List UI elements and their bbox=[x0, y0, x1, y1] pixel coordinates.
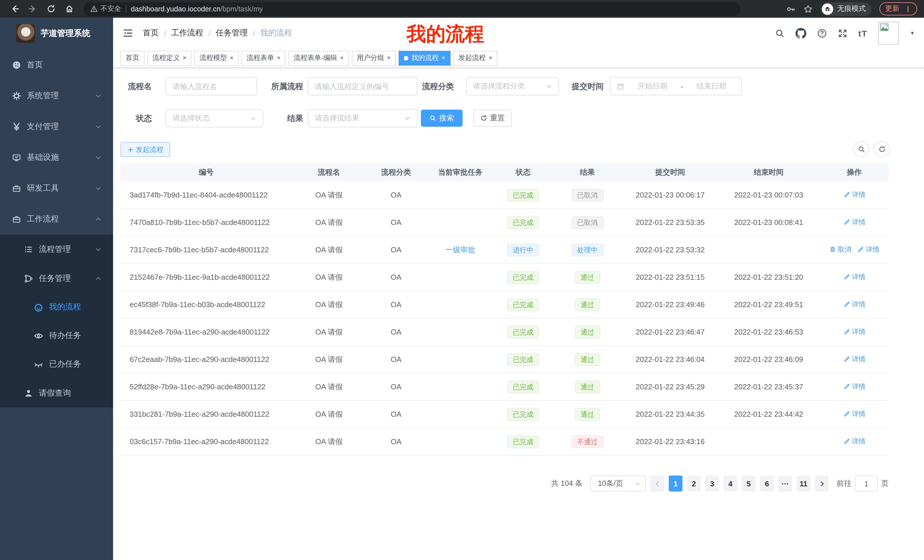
detail-link[interactable]: 详情 bbox=[843, 272, 866, 282]
fullscreen-icon[interactable] bbox=[838, 28, 848, 38]
page-button-4[interactable]: 4 bbox=[723, 476, 737, 491]
sidebar-item-task-mgmt[interactable]: 任务管理 bbox=[0, 264, 113, 293]
close-icon[interactable]: × bbox=[277, 55, 280, 61]
close-icon[interactable]: × bbox=[183, 55, 186, 61]
help-icon[interactable] bbox=[817, 28, 827, 38]
page-button-11[interactable]: 11 bbox=[796, 476, 810, 491]
result-select[interactable]: 请选择流结果 bbox=[308, 109, 417, 127]
tab-流程定义[interactable]: 流程定义× bbox=[147, 51, 192, 65]
date-separator: - bbox=[681, 82, 683, 90]
avatar-dropdown-icon[interactable]: ▼ bbox=[910, 30, 915, 36]
breadcrumb-item[interactable]: 首页 bbox=[143, 28, 159, 38]
reset-button[interactable]: 重置 bbox=[473, 109, 512, 127]
breadcrumb-item[interactable]: 工作流程 bbox=[171, 28, 203, 38]
cell-current-task: 一级审批 bbox=[426, 245, 495, 255]
detail-link[interactable]: 详情 bbox=[843, 217, 866, 227]
github-icon[interactable] bbox=[795, 28, 806, 39]
back-icon[interactable] bbox=[7, 1, 22, 16]
close-icon[interactable]: × bbox=[230, 55, 234, 61]
prev-page-button[interactable] bbox=[651, 476, 664, 491]
detail-link[interactable]: 详情 bbox=[843, 382, 866, 392]
tab-首页[interactable]: 首页 bbox=[120, 51, 144, 65]
sidebar-item-home[interactable]: 首页 bbox=[0, 49, 113, 81]
detail-link[interactable]: 详情 bbox=[843, 327, 866, 337]
create-process-button[interactable]: 发起流程 bbox=[120, 142, 170, 157]
close-icon[interactable]: × bbox=[441, 55, 445, 61]
avatar[interactable] bbox=[878, 22, 899, 45]
page-button-1[interactable]: 1 bbox=[669, 476, 682, 491]
tab-流程模型[interactable]: 流程模型× bbox=[195, 51, 239, 65]
status-badge: 已完成 bbox=[507, 271, 539, 283]
tab-流程表单[interactable]: 流程表单× bbox=[242, 51, 286, 65]
process-name-field[interactable] bbox=[172, 82, 250, 90]
sidebar-logo[interactable]: 芋道管理系统 bbox=[0, 18, 113, 49]
sidebar-item-workflow[interactable]: 工作流程 bbox=[0, 204, 113, 235]
update-button[interactable]: 更新 ⋮ bbox=[879, 2, 917, 15]
home-icon[interactable] bbox=[62, 1, 76, 16]
cell-process-name: OA 请假 bbox=[292, 354, 366, 364]
address-bar[interactable]: 不安全 dashboard.yudao.iocoder.cn/bpm/task/… bbox=[83, 2, 740, 16]
cell-category: OA bbox=[366, 300, 426, 309]
process-definition-input[interactable] bbox=[308, 77, 417, 95]
sidebar-toggle-icon[interactable] bbox=[122, 27, 134, 39]
search-button[interactable]: 搜索 bbox=[421, 109, 463, 127]
tab-我的流程[interactable]: 我的流程× bbox=[399, 51, 450, 65]
key-icon[interactable] bbox=[786, 4, 795, 13]
goto-page-input[interactable] bbox=[855, 476, 878, 491]
table-row: 67c2eaab-7b9a-11ec-a290-acde48001122OA 请… bbox=[120, 346, 889, 373]
page-size-select[interactable]: 10条/页 bbox=[591, 476, 646, 491]
security-status[interactable]: 不安全 bbox=[90, 4, 121, 14]
sidebar-item-devtools[interactable]: 研发工具 bbox=[0, 173, 113, 204]
sidebar-item-leave-query[interactable]: 请假查询 bbox=[0, 379, 113, 407]
browser-menu-icon[interactable]: ⋮ bbox=[904, 5, 911, 12]
toggle-search-button[interactable] bbox=[853, 141, 869, 157]
forward-icon[interactable] bbox=[25, 1, 40, 16]
sidebar-item-todo-task[interactable]: 待办任务 bbox=[0, 321, 113, 350]
breadcrumb-item[interactable]: 任务管理 bbox=[216, 28, 248, 38]
page-button-5[interactable]: 5 bbox=[742, 476, 756, 491]
close-icon[interactable]: × bbox=[387, 55, 391, 61]
current-task-link[interactable]: 一级审批 bbox=[446, 245, 475, 254]
bookmark-star-icon[interactable] bbox=[804, 4, 813, 13]
detail-link[interactable]: 详情 bbox=[843, 300, 866, 309]
close-icon[interactable]: × bbox=[489, 55, 492, 61]
sidebar-item-done-task[interactable]: 已办任务 bbox=[0, 350, 113, 379]
sidebar-item-my-process[interactable]: 我的流程 bbox=[0, 293, 113, 321]
category-placeholder: 请选择流程分类 bbox=[473, 81, 525, 91]
search-icon[interactable] bbox=[775, 28, 784, 38]
font-size-icon[interactable]: tT bbox=[858, 28, 867, 38]
detail-link[interactable]: 详情 bbox=[843, 355, 866, 364]
close-icon[interactable]: × bbox=[340, 55, 344, 61]
tab-发起流程[interactable]: 发起流程× bbox=[453, 51, 497, 65]
detail-link[interactable]: 详情 bbox=[843, 190, 866, 200]
eye-icon bbox=[34, 331, 44, 340]
detail-link[interactable]: 详情 bbox=[857, 245, 879, 255]
detail-link[interactable]: 详情 bbox=[843, 437, 866, 446]
robot-face-icon bbox=[34, 302, 44, 312]
sidebar-item-payment[interactable]: 支付管理 bbox=[0, 111, 113, 142]
tab-用户分组[interactable]: 用户分组× bbox=[352, 51, 396, 65]
sidebar-item-system[interactable]: 系统管理 bbox=[0, 81, 113, 111]
page-button-2[interactable]: 2 bbox=[687, 476, 701, 491]
sidebar-item-infra[interactable]: 基础设施 bbox=[0, 142, 113, 173]
cancel-link[interactable]: 取消 bbox=[829, 245, 852, 255]
detail-link[interactable]: 详情 bbox=[843, 409, 866, 419]
submit-time-range-picker[interactable]: 开始日期 - 结束日期 bbox=[610, 77, 742, 95]
sidebar-item-process-mgmt[interactable]: 流程管理 bbox=[0, 235, 113, 264]
page-ellipsis[interactable]: ··· bbox=[778, 476, 792, 491]
process-name-input[interactable] bbox=[166, 77, 257, 95]
page-button-3[interactable]: 3 bbox=[705, 476, 719, 491]
cell-actions: 详情 bbox=[820, 217, 889, 228]
process-definition-field[interactable] bbox=[315, 82, 411, 90]
chevron-down-icon bbox=[95, 154, 102, 161]
cell-status: 已完成 bbox=[495, 216, 552, 229]
category-select[interactable]: 请选择流程分类 bbox=[466, 77, 559, 95]
refresh-table-button[interactable] bbox=[874, 141, 890, 157]
update-label: 更新 bbox=[885, 4, 900, 14]
next-page-button[interactable] bbox=[815, 476, 829, 491]
tab-流程表单-编辑[interactable]: 流程表单-编辑× bbox=[289, 51, 349, 65]
status-select[interactable]: 请选择状态 bbox=[166, 109, 263, 127]
page-button-6[interactable]: 6 bbox=[760, 476, 774, 491]
cell-actions: 详情 bbox=[820, 272, 889, 282]
reload-icon[interactable] bbox=[44, 1, 58, 16]
